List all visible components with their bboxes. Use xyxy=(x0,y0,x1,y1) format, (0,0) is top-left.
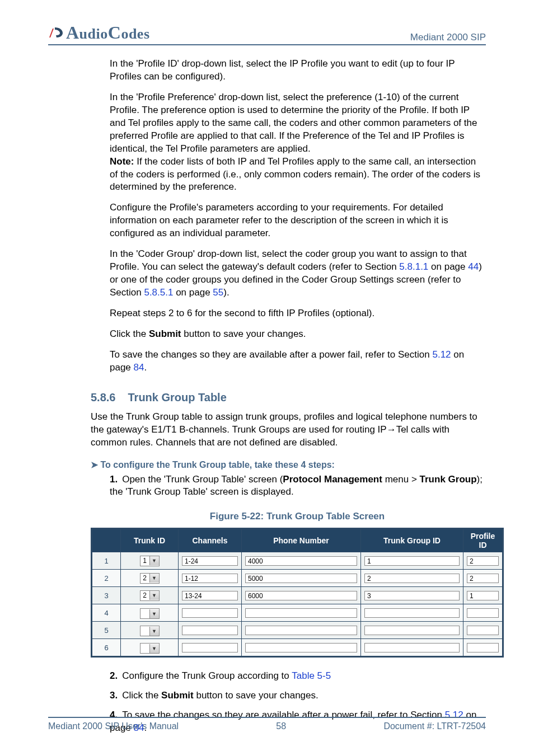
th-profile-id: Profile ID xyxy=(463,529,503,552)
row-number: 4 xyxy=(92,604,121,622)
link-page-84-a[interactable]: 84 xyxy=(134,362,144,373)
trunk-group-id-input[interactable]: 2 xyxy=(364,574,460,583)
table-row: 32▼13-24600031 xyxy=(92,587,503,604)
profile-id-input[interactable]: 2 xyxy=(467,556,499,566)
page-header: AudioCodes Mediant 2000 SIP xyxy=(48,22,486,45)
channels-input[interactable] xyxy=(182,608,238,618)
link-5-12-a[interactable]: 5.12 xyxy=(432,349,451,360)
chevron-down-icon: ▼ xyxy=(149,574,159,583)
trunk-id-dropdown[interactable]: 2▼ xyxy=(140,573,160,584)
phone-input[interactable]: 5000 xyxy=(245,574,357,583)
row-number: 1 xyxy=(92,552,121,570)
link-page-55[interactable]: 55 xyxy=(213,287,223,298)
section-title: Trunk Group Table xyxy=(128,391,226,404)
channels-input[interactable] xyxy=(182,626,238,635)
th-blank xyxy=(92,529,121,552)
para-profile-id: In the 'Profile ID' drop-down list, sele… xyxy=(110,58,485,83)
th-phone: Phone Number xyxy=(242,529,361,552)
channels-input[interactable]: 1-24 xyxy=(182,556,238,566)
para-save-powerfail-1: To save the changes so they are availabl… xyxy=(110,349,485,374)
profile-id-input[interactable]: 1 xyxy=(467,591,499,600)
row-number: 6 xyxy=(92,639,121,656)
phone-input[interactable] xyxy=(245,608,357,618)
para-repeat-steps: Repeat steps 2 to 6 for the second to fi… xyxy=(110,307,485,320)
link-5-8-1-1[interactable]: 5.8.1.1 xyxy=(399,261,428,272)
chevron-down-icon: ▼ xyxy=(149,556,159,565)
figure-caption: Figure 5-22: Trunk Group Table Screen xyxy=(110,511,485,522)
trunk-group-table: Trunk ID Channels Phone Number Trunk Gro… xyxy=(91,528,504,658)
trunk-id-dropdown[interactable]: ▼ xyxy=(140,626,160,636)
channels-input[interactable]: 13-24 xyxy=(182,591,238,600)
table-row: 22▼1-12500022 xyxy=(92,570,503,587)
channels-input[interactable] xyxy=(182,643,238,652)
footer-page: 58 xyxy=(276,721,286,731)
para-click-submit: Click the Submit button to save your cha… xyxy=(110,328,485,341)
phone-input[interactable]: 4000 xyxy=(245,556,357,566)
para-coder-group: In the 'Coder Group' drop-down list, sel… xyxy=(110,248,485,299)
table-row: 4▼ xyxy=(92,604,503,622)
th-channels: Channels xyxy=(179,529,242,552)
profile-id-input[interactable]: 2 xyxy=(467,574,499,583)
section-heading: 5.8.6 Trunk Group Table xyxy=(91,391,485,404)
row-number: 5 xyxy=(92,622,121,639)
footer-docnum: Document #: LTRT-72504 xyxy=(383,721,486,731)
channels-input[interactable]: 1-12 xyxy=(182,574,238,583)
chevron-down-icon: ▼ xyxy=(149,609,159,618)
row-number: 3 xyxy=(92,587,121,604)
trunk-id-dropdown[interactable]: ▼ xyxy=(140,643,160,654)
logo-text: AudioCodes xyxy=(66,22,150,43)
chevron-down-icon: ▼ xyxy=(149,644,159,653)
logo: AudioCodes xyxy=(48,22,150,43)
link-5-8-5-1[interactable]: 5.8.5.1 xyxy=(144,287,173,298)
footer-left: Mediant 2000 SIP User's Manual xyxy=(48,721,179,731)
row-number: 2 xyxy=(92,570,121,587)
phone-input[interactable] xyxy=(245,643,357,652)
para-configure-profile: Configure the Profile's parameters accor… xyxy=(110,201,485,240)
logo-icon xyxy=(48,26,64,39)
phone-input[interactable] xyxy=(245,626,357,635)
step-2: 2.Configure the Trunk Group according to… xyxy=(110,670,485,683)
phone-input[interactable]: 6000 xyxy=(245,591,357,600)
section-number: 5.8.6 xyxy=(91,391,115,404)
step-1: 1.Open the 'Trunk Group Table' screen (P… xyxy=(110,473,485,499)
chevron-down-icon: ▼ xyxy=(149,627,159,636)
step-3: 3.Click the Submit button to save your c… xyxy=(110,689,485,702)
trunk-group-id-input[interactable] xyxy=(364,626,460,635)
trunk-group-id-input[interactable]: 3 xyxy=(364,591,460,600)
trunk-group-id-input[interactable]: 1 xyxy=(364,556,460,566)
th-trunk-id: Trunk ID xyxy=(121,529,179,552)
para-profile-pref: In the 'Profile Preference' drop-down li… xyxy=(110,91,485,194)
trunk-group-id-input[interactable] xyxy=(364,643,460,652)
link-table-5-5[interactable]: Table 5-5 xyxy=(292,670,331,681)
trunk-group-id-input[interactable] xyxy=(364,608,460,618)
th-trunk-group-id: Trunk Group ID xyxy=(361,529,463,552)
page-footer: Mediant 2000 SIP User's Manual 58 Docume… xyxy=(48,717,486,731)
table-row: 5▼ xyxy=(92,622,503,639)
trunk-id-dropdown[interactable]: 2▼ xyxy=(140,590,160,601)
section-description: Use the Trunk Group table to assign trun… xyxy=(91,411,485,449)
trunk-id-dropdown[interactable]: 1▼ xyxy=(140,556,160,566)
profile-id-input[interactable] xyxy=(467,626,499,635)
trunk-id-dropdown[interactable]: ▼ xyxy=(140,608,160,619)
table-row: 6▼ xyxy=(92,639,503,656)
profile-id-input[interactable] xyxy=(467,643,499,652)
task-marker: ➤ To configure the Trunk Group table, ta… xyxy=(91,459,485,470)
header-product: Mediant 2000 SIP xyxy=(410,32,486,43)
profile-id-input[interactable] xyxy=(467,608,499,618)
chevron-down-icon: ▼ xyxy=(149,591,159,600)
link-page-44[interactable]: 44 xyxy=(468,261,479,272)
table-row: 11▼1-24400012 xyxy=(92,552,503,570)
